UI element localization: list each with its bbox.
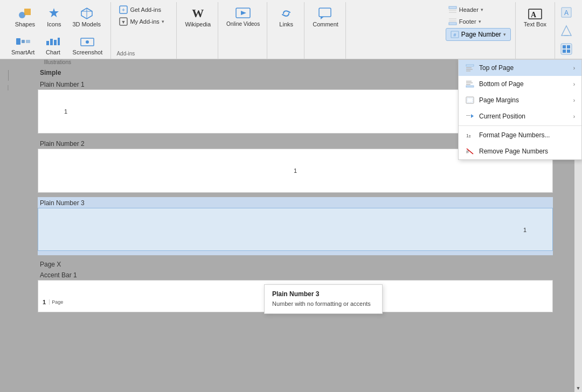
wikipedia-icon: W xyxy=(190,6,205,21)
svg-rect-37 xyxy=(563,45,566,48)
svg-rect-7 xyxy=(26,40,30,43)
page-number-preview-2: 1 xyxy=(294,167,297,174)
shapes-button[interactable]: Shapes xyxy=(11,4,38,29)
header-footer-group: Header ▾ Footer ▾ # Page Number ▾ xyxy=(441,2,516,59)
accent-bar-1-preview[interactable]: 1 Page xyxy=(38,280,553,312)
remove-page-numbers-label: Remove Page Numbers xyxy=(479,148,548,155)
svg-rect-39 xyxy=(563,50,566,53)
svg-rect-48 xyxy=(466,82,473,83)
remove-page-numbers-icon: # xyxy=(465,146,475,156)
page-margins-chevron: › xyxy=(573,97,575,103)
page-cursor-line xyxy=(8,70,9,81)
page-number-preview-3: 1 xyxy=(523,227,526,233)
svg-rect-52 xyxy=(467,98,473,102)
3d-models-button[interactable]: 3D Models xyxy=(70,4,103,29)
my-addins-icon: ▼ xyxy=(119,17,128,26)
accent-bar-1-inner: 1 Page xyxy=(38,281,552,324)
page-margins-item[interactable]: Page Margins › xyxy=(459,92,581,108)
svg-rect-20 xyxy=(319,8,331,17)
main-area: | Simple Plain Number 1 1 Plain Number 2 xyxy=(0,59,582,392)
text-box-group: A Text Box xyxy=(517,2,553,59)
links-group: Links xyxy=(268,2,304,59)
screenshot-button[interactable]: Screenshot xyxy=(68,32,106,57)
page-number-button[interactable]: # Page Number ▾ xyxy=(446,28,511,41)
online-videos-group: Online Videos xyxy=(219,2,267,59)
wikipedia-button[interactable]: W Wikipedia xyxy=(182,4,213,29)
extra-ribbon-buttons: A ✓ xyxy=(555,2,578,59)
svg-rect-8 xyxy=(46,41,49,45)
svg-rect-46 xyxy=(466,71,470,72)
plain-number-3-preview[interactable]: 1 xyxy=(38,208,553,251)
svg-rect-44 xyxy=(466,67,472,68)
svg-rect-11 xyxy=(58,38,60,45)
3d-models-icon xyxy=(79,6,94,21)
page-number-icon: # xyxy=(451,30,459,39)
svg-rect-25 xyxy=(449,23,456,25)
bottom-of-page-chevron: › xyxy=(573,81,575,87)
page-number-preview-1: 1 xyxy=(64,108,67,115)
smartart-button[interactable]: SmartArt xyxy=(9,32,37,57)
screenshot-icon xyxy=(80,34,95,49)
svg-rect-50 xyxy=(466,86,474,87)
icons-button[interactable]: Icons xyxy=(40,4,67,29)
page-number-dropdown: Top of Page › Bottom of Page › Page Marg… xyxy=(458,59,582,160)
ribbon-extra-btn-2[interactable] xyxy=(558,23,574,39)
bottom-of-page-label: Bottom of Page xyxy=(479,80,524,88)
header-icon xyxy=(448,5,457,14)
svg-rect-23 xyxy=(449,10,456,11)
svg-text:A: A xyxy=(564,9,569,17)
remove-page-numbers-item[interactable]: # Remove Page Numbers xyxy=(459,143,581,159)
current-position-label: Current Position xyxy=(479,113,525,120)
svg-rect-24 xyxy=(449,12,456,13)
ribbon-extra-btn-1[interactable]: A xyxy=(558,4,574,20)
smartart-icon xyxy=(16,34,31,49)
ribbon-extra-btn-3[interactable] xyxy=(558,41,574,57)
addins-group: + Get Add-ins ▼ My Add-ins ▾ Add-ins xyxy=(112,2,177,59)
format-page-numbers-item[interactable]: 1₂ Format Page Numbers... xyxy=(459,127,581,143)
my-addins-button[interactable]: ▼ My Add-ins ▾ xyxy=(116,16,167,27)
format-page-numbers-label: Format Page Numbers... xyxy=(479,131,550,139)
doc-left-bar: | xyxy=(0,59,16,392)
header-button[interactable]: Header ▾ xyxy=(446,4,511,15)
svg-text:#: # xyxy=(453,32,456,38)
plain-number-3-row: Plain Number 3 1 xyxy=(38,197,553,255)
svg-marker-19 xyxy=(241,11,246,15)
footer-icon xyxy=(448,17,457,26)
svg-rect-40 xyxy=(567,50,570,53)
chart-button[interactable]: Chart xyxy=(39,32,66,57)
svg-rect-5 xyxy=(16,38,20,45)
panel-scroll: Simple Plain Number 1 1 Plain Number 2 1 xyxy=(16,59,582,392)
scrollbar-down[interactable]: ▼ xyxy=(574,384,582,392)
plain-number-3-label: Plain Number 3 xyxy=(38,197,553,208)
current-position-chevron: › xyxy=(573,114,575,120)
chart-icon xyxy=(45,34,60,49)
svg-marker-21 xyxy=(321,17,324,19)
svg-rect-1 xyxy=(24,9,31,15)
text-box-icon: A xyxy=(528,6,543,21)
ribbon-spacer xyxy=(347,2,440,59)
svg-rect-43 xyxy=(466,65,474,66)
page-x-label: Page X xyxy=(38,258,553,269)
text-box-button[interactable]: A Text Box xyxy=(521,4,549,29)
bottom-of-page-item[interactable]: Bottom of Page › xyxy=(459,76,581,92)
svg-rect-47 xyxy=(466,81,472,82)
svg-rect-22 xyxy=(449,6,456,9)
top-of-page-item[interactable]: Top of Page › xyxy=(459,60,581,76)
svg-rect-27 xyxy=(449,20,456,22)
online-videos-icon xyxy=(235,6,251,21)
page-margins-icon xyxy=(465,95,475,105)
svg-text:1₂: 1₂ xyxy=(466,133,471,138)
current-position-item[interactable]: Current Position › xyxy=(459,108,581,124)
footer-button[interactable]: Footer ▾ xyxy=(446,16,511,27)
top-of-page-chevron: › xyxy=(573,65,575,71)
links-icon xyxy=(279,6,294,21)
svg-rect-38 xyxy=(567,45,570,48)
top-of-page-icon xyxy=(465,63,475,73)
comment-button[interactable]: Comment xyxy=(310,4,341,29)
accent-page-text: Page xyxy=(49,299,63,305)
online-videos-button[interactable]: Online Videos xyxy=(224,4,262,29)
svg-point-13 xyxy=(86,40,89,44)
svg-text:A: A xyxy=(531,11,537,19)
links-button[interactable]: Links xyxy=(273,4,300,29)
get-addins-button[interactable]: + Get Add-ins xyxy=(116,4,163,15)
